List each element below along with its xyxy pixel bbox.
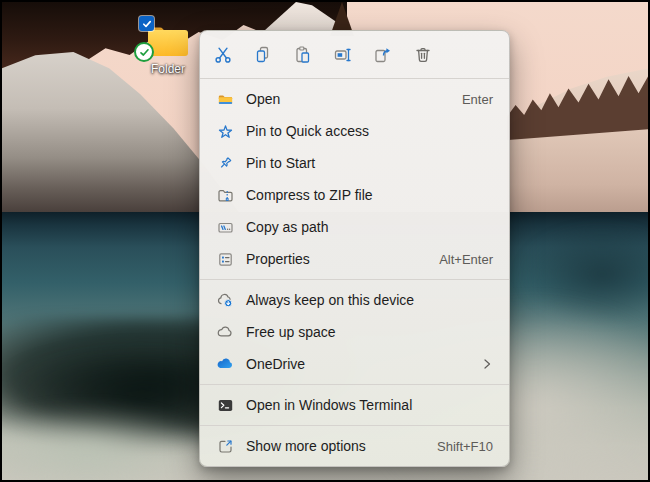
menu-section-onedrive: Always keep on this device Free up space — [200, 280, 509, 384]
menu-item-always-keep-on-device[interactable]: Always keep on this device — [200, 284, 509, 316]
selection-checkbox[interactable] — [139, 16, 154, 31]
menu-item-label: Copy as path — [246, 219, 493, 235]
rename-icon — [333, 45, 353, 65]
menu-section-main: Open Enter Pin to Quick access — [200, 79, 509, 279]
copy-path-icon — [216, 218, 234, 236]
delete-button[interactable] — [408, 40, 438, 70]
context-menu-toolbar — [200, 31, 509, 78]
onedrive-icon — [216, 355, 234, 373]
menu-item-pin-quick-access[interactable]: Pin to Quick access — [200, 115, 509, 147]
menu-item-show-more-options[interactable]: Show more options Shift+F10 — [200, 430, 509, 462]
star-icon — [216, 122, 234, 140]
menu-item-label: Always keep on this device — [246, 292, 493, 308]
sync-check-icon — [139, 47, 150, 58]
delete-icon — [413, 45, 433, 65]
rename-button[interactable] — [328, 40, 358, 70]
menu-item-compress-zip[interactable]: Compress to ZIP file — [200, 179, 509, 211]
desktop-screen: Folder — [2, 2, 648, 480]
menu-item-properties[interactable]: Properties Alt+Enter — [200, 243, 509, 275]
pin-icon — [216, 154, 234, 172]
menu-item-label: Properties — [246, 251, 427, 267]
menu-item-label: Open — [246, 91, 450, 107]
open-folder-icon — [216, 90, 234, 108]
menu-section-more: Show more options Shift+F10 — [200, 426, 509, 466]
menu-item-shortcut: Alt+Enter — [439, 252, 493, 267]
wallpaper-reflection-light-left — [2, 405, 212, 480]
check-icon — [142, 19, 152, 29]
share-icon — [373, 45, 393, 65]
menu-item-label: Show more options — [246, 438, 425, 454]
menu-item-label: Compress to ZIP file — [246, 187, 493, 203]
copy-button[interactable] — [248, 40, 278, 70]
terminal-icon — [216, 396, 234, 414]
menu-item-label: Pin to Start — [246, 155, 493, 171]
desktop-folder-icon[interactable]: Folder — [132, 14, 204, 76]
menu-item-shortcut: Shift+F10 — [437, 439, 493, 454]
chevron-right-icon — [481, 356, 493, 372]
menu-item-label: Pin to Quick access — [246, 123, 493, 139]
sync-status-badge — [134, 42, 154, 62]
menu-item-open-windows-terminal[interactable]: Open in Windows Terminal — [200, 389, 509, 421]
cloud-download-icon — [216, 291, 234, 309]
cloud-icon — [216, 323, 234, 341]
paste-icon — [293, 45, 313, 65]
menu-item-free-up-space[interactable]: Free up space — [200, 316, 509, 348]
menu-item-label: Free up space — [246, 324, 493, 340]
menu-item-label: OneDrive — [246, 356, 469, 372]
menu-item-label: Open in Windows Terminal — [246, 397, 493, 413]
context-menu: Open Enter Pin to Quick access — [199, 30, 510, 467]
menu-item-copy-as-path[interactable]: Copy as path — [200, 211, 509, 243]
menu-item-shortcut: Enter — [462, 92, 493, 107]
menu-item-pin-to-start[interactable]: Pin to Start — [200, 147, 509, 179]
properties-icon — [216, 250, 234, 268]
menu-section-terminal: Open in Windows Terminal — [200, 385, 509, 425]
copy-icon — [253, 45, 273, 65]
menu-item-onedrive[interactable]: OneDrive — [200, 348, 509, 380]
open-external-icon — [216, 437, 234, 455]
menu-item-open[interactable]: Open Enter — [200, 83, 509, 115]
zip-folder-icon — [216, 186, 234, 204]
cut-button[interactable] — [208, 40, 238, 70]
folder-label: Folder — [132, 62, 204, 76]
share-button[interactable] — [368, 40, 398, 70]
paste-button[interactable] — [288, 40, 318, 70]
cut-icon — [213, 45, 233, 65]
